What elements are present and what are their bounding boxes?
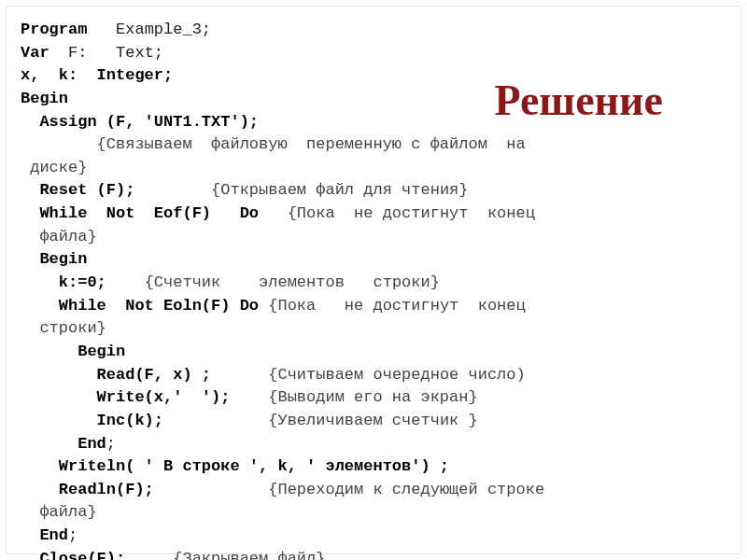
kw-begin: Begin xyxy=(21,250,87,268)
comment: {Увеличиваем счетчик } xyxy=(163,412,478,429)
code-text: Read(F, x) ; xyxy=(21,366,211,384)
comment: {Считываем очередное число) xyxy=(211,366,526,384)
code-text: Inc(k); xyxy=(21,412,163,429)
code-block: Program Example_3; Var F: Text; x, k: In… xyxy=(21,19,726,560)
kw-program: Program xyxy=(21,21,87,38)
comment: строки} xyxy=(21,319,106,337)
comment: {Связываем файловую переменную с файлом … xyxy=(21,135,526,153)
code-text: While Not Eoln(F) Do xyxy=(21,297,259,315)
comment: {Пока не достигнут конец xyxy=(259,297,526,315)
code-text: Writeln( ' В строке ', k, ' элементов') … xyxy=(21,457,449,475)
code-text: While Not Eof(F) Do xyxy=(21,204,259,222)
comment: {Переходим к следующей строке xyxy=(154,481,544,498)
code-text: Write(x,' '); xyxy=(21,388,230,406)
comment: диске} xyxy=(21,159,87,176)
code-text: Reset (F); xyxy=(21,181,134,199)
kw-end: End xyxy=(21,435,106,453)
code-text: Example_3; xyxy=(87,21,211,38)
code-text: Close(F); xyxy=(21,550,125,560)
comment: файла} xyxy=(21,228,97,245)
code-text: Assign (F, 'UNT1.TXT'); xyxy=(21,113,259,131)
code-text: ; xyxy=(106,435,116,453)
code-text: k:=0; xyxy=(21,273,106,291)
kw-end: End xyxy=(21,526,68,544)
comment: {Пока не достигнут конец xyxy=(259,204,535,222)
kw-var: Var xyxy=(21,44,49,62)
code-text: F: Text; xyxy=(49,44,163,62)
comment: {Счетчик элементов строки} xyxy=(106,273,440,291)
code-text: Readln(F); xyxy=(21,481,154,498)
kw-begin: Begin xyxy=(21,343,125,360)
comment: {Закрываем файл} xyxy=(125,550,325,560)
comment: {Выводим его на экран} xyxy=(230,388,477,406)
code-text: x, k: Integer; xyxy=(21,66,173,84)
comment: {Открываем файл для чтения} xyxy=(134,181,468,199)
comment: файла} xyxy=(21,503,97,521)
code-text: ; xyxy=(68,526,78,544)
kw-begin: Begin xyxy=(21,90,68,107)
